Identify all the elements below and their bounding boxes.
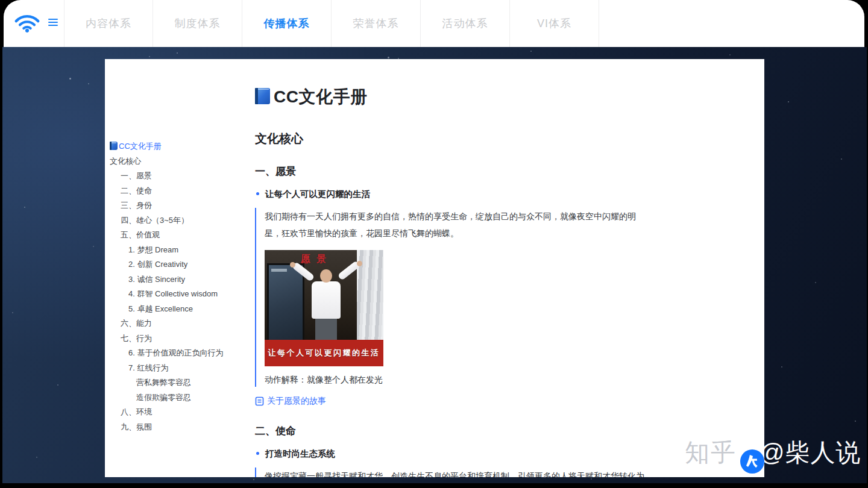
star-speck: [388, 57, 389, 58]
toc-item-2[interactable]: 一、愿景: [110, 169, 252, 184]
heading-mission: 二、使命: [255, 424, 644, 438]
star-speck: [815, 282, 816, 283]
blue-book-icon: [110, 142, 118, 150]
star-speck: [841, 158, 842, 160]
nav-tab-1[interactable]: 制度体系: [153, 0, 242, 47]
section-title: 文化核心: [255, 131, 644, 147]
star-speck: [69, 78, 71, 80]
person-torso: [312, 281, 341, 319]
nav-tab-3[interactable]: 荣誉体系: [332, 0, 421, 47]
toc-item-6[interactable]: 五、价值观: [110, 228, 252, 243]
star-speck: [729, 54, 731, 55]
wifi-logo-icon: [13, 10, 41, 37]
vision-quote-block: 我们期待有一天人们拥有更多的自信，热情的享受生命，绽放自己的与众不同，就像夜空中…: [255, 208, 644, 387]
star-speck: [424, 477, 426, 478]
nav-tab-4[interactable]: 活动体系: [421, 0, 510, 47]
star-speck: [177, 52, 178, 54]
link-label: 关于愿景的故事: [267, 396, 326, 407]
tv-screen: [267, 263, 304, 346]
quote-text: 像挖掘宝藏一般寻找天赋和才华，创造生生不息的平台和培育机制，引领更多的人将天赋和…: [265, 468, 644, 477]
table-of-contents: CC文化手册文化核心一、愿景二、使命三、身份四、雄心（3~5年）五、价值观1. …: [110, 139, 252, 434]
star-speck: [57, 384, 58, 386]
hamburger-menu-icon[interactable]: [48, 19, 58, 28]
vision-story-link[interactable]: 关于愿景的故事: [255, 396, 326, 407]
star-speck: [253, 479, 254, 480]
blue-book-icon: [255, 88, 270, 104]
toc-item-16[interactable]: 营私舞弊零容忍: [110, 375, 252, 390]
star-speck: [781, 366, 782, 368]
toc-item-12[interactable]: 六、能力: [110, 316, 252, 331]
toc-item-10[interactable]: 4. 群智 Collective wisdom: [110, 287, 252, 302]
person-hand: [290, 262, 295, 267]
page-title: CC文化手册: [255, 86, 644, 108]
toc-item-3[interactable]: 二、使命: [110, 184, 252, 199]
quote-note: 动作解释：就像整个人都在发光: [265, 372, 644, 387]
bullet-text: 打造时尚生态系统: [265, 448, 335, 460]
quote-text: 我们期待有一天人们拥有更多的自信，热情的享受生命，绽放自己的与众不同，就像夜空中…: [265, 208, 644, 242]
toc-item-13[interactable]: 七、行为: [110, 331, 252, 346]
toc-item-5[interactable]: 四、雄心（3~5年）: [110, 213, 252, 228]
toc-item-17[interactable]: 造假欺骗零容忍: [110, 390, 252, 405]
star-speck: [93, 246, 94, 247]
toc-item-9[interactable]: 3. 诚信 Sincerity: [110, 272, 252, 287]
bullet-text: 让每个人可以更闪耀的生活: [265, 189, 370, 200]
photo-caption-banner: 让每个人可以更闪耀的生活: [265, 340, 383, 366]
toc-item-8[interactable]: 2. 创新 Creativity: [110, 257, 252, 272]
toc-item-11[interactable]: 5. 卓越 Excellence: [110, 302, 252, 317]
toc-item-14[interactable]: 6. 基于价值观的正负向行为: [110, 346, 252, 361]
star-speck: [591, 478, 592, 480]
nav-tab-2[interactable]: 传播体系: [242, 0, 332, 47]
star-speck: [12, 312, 13, 313]
document-body: CC文化手册 文化核心 一、愿景 让每个人可以更闪耀的生活 我们期待有一天人们拥…: [255, 59, 644, 477]
photo-caption-top: 愿景: [301, 253, 332, 266]
toc-item-1[interactable]: 文化核心: [110, 154, 252, 169]
star-speck: [807, 454, 808, 455]
document-icon: [255, 396, 264, 406]
toc-item-18[interactable]: 八、环境: [110, 405, 252, 420]
bullet-item: 打造时尚生态系统: [255, 448, 644, 460]
toc-item-15[interactable]: 7. 红线行为: [110, 361, 252, 376]
bullet-dot: [256, 452, 259, 455]
star-speck: [149, 56, 150, 57]
heading-vision: 一、愿景: [255, 164, 644, 178]
star-speck: [24, 207, 25, 208]
bullet-dot: [256, 192, 259, 195]
star-speck: [530, 51, 532, 52]
toc-item-4[interactable]: 三、身份: [110, 198, 252, 213]
toc-item-0[interactable]: CC文化手册: [110, 139, 252, 154]
toc-item-19[interactable]: 九、氛围: [110, 420, 252, 435]
nav-tab-5[interactable]: VI体系: [510, 0, 599, 47]
star-speck: [788, 101, 789, 102]
mission-quote-block: 像挖掘宝藏一般寻找天赋和才华，创造生生不息的平台和培育机制，引领更多的人将天赋和…: [255, 468, 644, 477]
star-speck: [855, 421, 856, 422]
star-speck: [36, 457, 37, 458]
toc-item-7[interactable]: 1. 梦想 Dream: [110, 243, 252, 258]
document-card: CC文化手册文化核心一、愿景二、使命三、身份四、雄心（3~5年）五、价值观1. …: [105, 59, 764, 477]
person-head: [320, 269, 332, 283]
top-navbar: 内容体系制度体系传播体系荣誉体系活动体系VI体系: [4, 0, 864, 47]
nav-tabs: 内容体系制度体系传播体系荣誉体系活动体系VI体系: [64, 0, 599, 47]
nav-tab-0[interactable]: 内容体系: [64, 0, 153, 47]
person-hand: [357, 261, 362, 266]
vision-photo[interactable]: 愿景 让每个人可以更闪耀的生活: [265, 250, 383, 366]
star-speck: [88, 83, 89, 84]
bullet-item: 让每个人可以更闪耀的生活: [255, 189, 644, 200]
